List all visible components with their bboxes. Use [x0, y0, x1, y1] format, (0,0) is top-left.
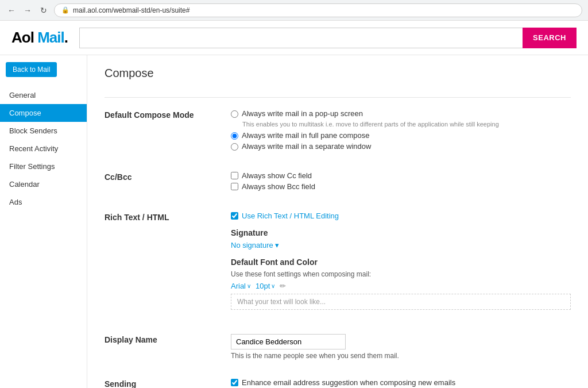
compose-popup-label[interactable]: Always write mail in a pop-up screen [242, 109, 363, 118]
enhance-suggestion-option: Enhance email address suggestion when co… [231, 378, 571, 387]
font-size-selector[interactable]: 10pt ∨ [256, 282, 275, 290]
pencil-icon[interactable]: ✏ [280, 282, 286, 290]
font-desc: Use these font settings when composing m… [231, 270, 571, 278]
font-title: Default Font and Color [231, 258, 571, 267]
compose-fullpane-radio[interactable] [231, 132, 238, 140]
sidebar-item-ads[interactable]: Ads [0, 193, 87, 211]
sending-label: Sending [105, 378, 231, 388]
rich-text-controls: Use Rich Text / HTML Editing Signature N… [231, 212, 571, 316]
show-bcc-label[interactable]: Always show Bcc field [242, 182, 315, 191]
display-name-label: Display Name [105, 334, 231, 360]
font-chevron-icon: ∨ [247, 283, 251, 289]
sending-controls: Enhance email address suggestion when co… [231, 378, 571, 388]
compose-fullpane-option: Always write mail in full pane compose [231, 131, 571, 140]
show-bcc-option: Always show Bcc field [231, 182, 571, 191]
display-name-row: Display Name This is the name people see… [105, 334, 571, 364]
display-name-input[interactable] [231, 334, 346, 349]
rich-text-label: Rich Text / HTML [105, 212, 231, 316]
cc-bcc-label: Cc/Bcc [105, 171, 231, 193]
cc-bcc-controls: Always show Cc field Always show Bcc fie… [231, 171, 571, 193]
sidebar-item-block-senders[interactable]: Block Senders [0, 122, 87, 140]
signature-title: Signature [231, 228, 571, 237]
popup-hint: This enables you to multitask i.e. move … [242, 120, 571, 129]
sidebar: Back to Mail General Compose Block Sende… [0, 55, 87, 388]
display-name-controls: This is the name people see when you sen… [231, 334, 571, 360]
font-controls: Arial ∨ 10pt ∨ ✏ [231, 282, 571, 290]
logo: Aol Mail. [11, 29, 68, 47]
enhance-suggestion-checkbox[interactable] [231, 379, 238, 386]
default-compose-mode-row: Default Compose Mode Always write mail i… [105, 109, 571, 157]
compose-window-label[interactable]: Always write mail in a separate window [242, 142, 371, 151]
content-area: Compose Default Compose Mode Always writ… [87, 55, 588, 388]
font-size-chevron-icon: ∨ [271, 283, 275, 289]
browser-bar: ← → ↻ 🔒 mail.aol.com/webmail-std/en-us/s… [0, 0, 588, 21]
sidebar-item-compose[interactable]: Compose [0, 104, 87, 122]
use-rich-text-checkbox[interactable] [231, 212, 238, 220]
cc-bcc-row: Cc/Bcc Always show Cc field Always show … [105, 171, 571, 198]
show-bcc-checkbox[interactable] [231, 183, 238, 190]
font-name-selector[interactable]: Arial ∨ [231, 282, 251, 290]
app-header: Aol Mail. SEARCH [0, 21, 588, 55]
font-preview: What your text will look like... [231, 294, 571, 310]
show-cc-option: Always show Cc field [231, 171, 571, 180]
show-cc-label[interactable]: Always show Cc field [242, 171, 312, 180]
display-name-hint: This is the name people see when you sen… [231, 352, 571, 360]
sidebar-item-calendar[interactable]: Calendar [0, 175, 87, 193]
section-divider-top [105, 97, 571, 98]
font-name-label: Arial [231, 282, 246, 290]
page-title: Compose [105, 67, 571, 86]
compose-window-option: Always write mail in a separate window [231, 142, 571, 151]
search-input[interactable] [79, 28, 523, 48]
signature-link-label: No signature [231, 241, 273, 249]
compose-popup-radio[interactable] [231, 110, 238, 118]
signature-link[interactable]: No signature ▾ [231, 241, 571, 249]
reload-button[interactable]: ↻ [38, 5, 49, 16]
compose-window-radio[interactable] [231, 143, 238, 151]
forward-button[interactable]: → [22, 5, 33, 16]
use-rich-text-label[interactable]: Use Rich Text / HTML Editing [242, 212, 339, 220]
lock-icon: 🔒 [61, 6, 69, 14]
search-button[interactable]: SEARCH [523, 28, 577, 48]
back-button[interactable]: ← [6, 5, 17, 16]
main-layout: Back to Mail General Compose Block Sende… [0, 55, 588, 388]
sidebar-item-filter-settings[interactable]: Filter Settings [0, 157, 87, 175]
back-to-mail-button[interactable]: Back to Mail [6, 62, 57, 77]
default-compose-mode-label: Default Compose Mode [105, 109, 231, 153]
sending-row: Sending Enhance email address suggestion… [105, 378, 571, 388]
compose-popup-option: Always write mail in a pop-up screen [231, 109, 571, 118]
show-cc-checkbox[interactable] [231, 172, 238, 179]
url-text: mail.aol.com/webmail-std/en-us/suite# [73, 6, 189, 14]
search-container: SEARCH [79, 28, 577, 48]
default-compose-mode-controls: Always write mail in a pop-up screen Thi… [231, 109, 571, 153]
logo-mail: Mail [37, 29, 64, 46]
url-bar[interactable]: 🔒 mail.aol.com/webmail-std/en-us/suite# [54, 3, 582, 17]
sidebar-item-recent-activity[interactable]: Recent Activity [0, 140, 87, 157]
rich-text-row: Rich Text / HTML Use Rich Text / HTML Ed… [105, 212, 571, 320]
font-size-label: 10pt [256, 282, 270, 290]
enhance-suggestion-label[interactable]: Enhance email address suggestion when co… [242, 378, 455, 387]
sidebar-item-general[interactable]: General [0, 86, 87, 104]
use-rich-text-option: Use Rich Text / HTML Editing [231, 212, 571, 220]
signature-chevron-icon: ▾ [275, 241, 279, 249]
signature-section: Signature No signature ▾ [231, 228, 571, 249]
font-section: Default Font and Color Use these font se… [231, 258, 571, 310]
compose-fullpane-label[interactable]: Always write mail in full pane compose [242, 131, 370, 140]
logo-aol: Aol [11, 29, 34, 46]
